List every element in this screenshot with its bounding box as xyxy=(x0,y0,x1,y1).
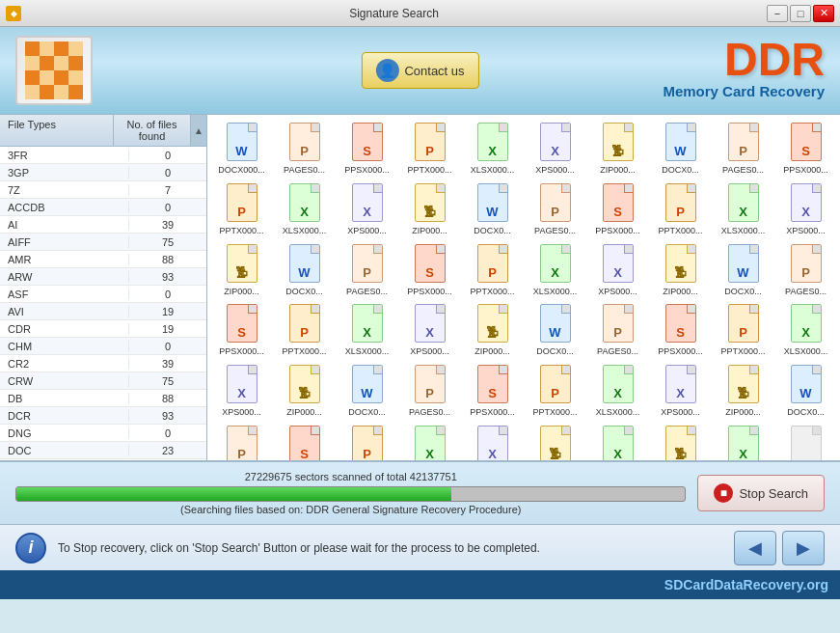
grid-file-item[interactable]: P PAGES0... xyxy=(399,361,460,420)
grid-file-item[interactable]: X XLSX000... xyxy=(274,179,335,238)
grid-file-item[interactable]: P PAGES0... xyxy=(274,119,335,178)
file-count-label: 75 xyxy=(129,375,206,387)
back-button[interactable]: ◀ xyxy=(734,531,776,565)
grid-file-item[interactable]: W DOCX0... xyxy=(337,361,397,420)
file-icon-xps: X xyxy=(789,181,824,224)
file-list-item[interactable]: CR239 xyxy=(0,355,206,372)
grid-file-item[interactable]: 🗜 ZIP000... xyxy=(713,361,773,420)
file-count-label: 0 xyxy=(129,150,206,161)
grid-file-item[interactable]: X XLSX000... xyxy=(337,300,397,359)
file-list-item[interactable]: ACCDB0 xyxy=(0,199,206,216)
grid-file-item[interactable]: X XLSX000... xyxy=(713,422,773,460)
grid-file-item[interactable]: X XPS000... xyxy=(587,240,648,299)
grid-file-item[interactable]: P PAGES0... xyxy=(587,300,648,359)
grid-file-item[interactable]: 🗜 ZIP000... xyxy=(462,300,523,359)
file-list-item[interactable]: 3GP0 xyxy=(0,164,206,181)
grid-file-item[interactable]: W DOCX0... xyxy=(713,240,773,299)
grid-file-item[interactable]: W DOCX000... xyxy=(211,119,272,178)
grid-file-item[interactable]: P PPTX000... xyxy=(462,240,523,299)
grid-file-item[interactable]: P PPTX000... xyxy=(713,300,773,359)
grid-file-item[interactable]: X XLSX000... xyxy=(587,361,648,420)
minimize-button[interactable]: − xyxy=(767,5,788,22)
grid-file-item[interactable]: S PPSX000... xyxy=(587,179,648,238)
grid-file-item[interactable]: P PPTX000... xyxy=(211,179,272,238)
grid-file-item[interactable]: P PAGES0... xyxy=(713,119,773,178)
grid-file-item[interactable]: S PPSX000... xyxy=(274,422,335,460)
grid-file-item[interactable]: P PAGES0... xyxy=(525,179,585,238)
grid-file-item[interactable]: W DOCX0... xyxy=(775,361,836,420)
grid-file-item[interactable]: P PAGES0... xyxy=(211,422,272,460)
grid-file-item[interactable]: 🗜 ZIP000... xyxy=(274,361,335,420)
file-list-item[interactable]: AIFF75 xyxy=(0,234,206,251)
grid-file-item[interactable]: 🗜 ZIP000... xyxy=(650,422,711,460)
sort-arrow[interactable]: ▲ xyxy=(191,115,206,146)
grid-file-item[interactable]: S PPSX000... xyxy=(211,300,272,359)
file-list-item[interactable]: CHM0 xyxy=(0,338,206,355)
grid-file-item[interactable]: P PAGES0... xyxy=(775,240,836,299)
grid-file-item[interactable]: P PPTX000... xyxy=(525,361,585,420)
grid-file-item[interactable]: W DOCX0... xyxy=(274,240,335,299)
file-list-item[interactable]: AI39 xyxy=(0,216,206,234)
file-list-item[interactable]: DOCX36 xyxy=(0,459,206,460)
grid-file-item[interactable]: X XPS000... xyxy=(650,361,711,420)
grid-file-item[interactable]: --- xyxy=(775,422,836,460)
file-list-item[interactable]: DCR93 xyxy=(0,407,206,425)
file-list-item[interactable]: AMR88 xyxy=(0,251,206,268)
grid-file-item[interactable]: W DOCX0... xyxy=(525,300,585,359)
grid-file-item[interactable]: 🗜 ZIP000... xyxy=(525,422,585,460)
grid-file-item[interactable]: X XLSX000... xyxy=(399,422,460,460)
file-list-item[interactable]: CDR19 xyxy=(0,320,206,338)
grid-file-item[interactable]: P PPTX000... xyxy=(337,422,397,460)
grid-file-item[interactable]: P PAGES0... xyxy=(337,240,397,299)
grid-file-item[interactable]: 🗜 ZIP000... xyxy=(399,179,460,238)
file-icon-zip: 🗜 xyxy=(664,424,698,460)
file-list-item[interactable]: CRW75 xyxy=(0,372,206,390)
grid-file-item[interactable]: S PPSX000... xyxy=(650,300,711,359)
grid-file-item[interactable]: X XPS000... xyxy=(211,361,272,420)
file-icon-pages: P xyxy=(225,424,259,460)
grid-file-item[interactable]: S PPSX000... xyxy=(399,240,460,299)
grid-file-item[interactable]: X XLSX000... xyxy=(713,179,773,238)
file-list-item[interactable]: AVI19 xyxy=(0,303,206,320)
grid-file-item[interactable]: X XLSX000... xyxy=(587,422,648,460)
file-list-item[interactable]: ASF0 xyxy=(0,286,206,303)
file-list-item[interactable]: DOC23 xyxy=(0,442,206,459)
file-list-item[interactable]: ARW93 xyxy=(0,268,206,286)
forward-button[interactable]: ▶ xyxy=(782,531,825,565)
grid-file-item[interactable]: X XPS000... xyxy=(462,422,523,460)
grid-file-item[interactable]: 🗜 ZIP000... xyxy=(650,240,711,299)
file-list[interactable]: 3FR03GP07Z7ACCDB0AI39AIFF75AMR88ARW93ASF… xyxy=(0,147,206,460)
contact-button[interactable]: 👤 Contact us xyxy=(361,52,478,89)
progress-text: 27229675 sectors scanned of total 421377… xyxy=(15,471,686,482)
grid-file-item[interactable]: P PPTX000... xyxy=(650,179,711,238)
file-icon-zip: 🗜 xyxy=(538,424,573,460)
grid-file-item[interactable]: P PPTX000... xyxy=(274,300,335,359)
grid-file-item[interactable]: X XLSX000... xyxy=(462,119,523,178)
grid-file-item[interactable]: 🗜 ZIP000... xyxy=(211,240,272,299)
grid-file-item[interactable]: X XLSX000... xyxy=(775,300,836,359)
grid-file-item[interactable]: X XPS000... xyxy=(775,179,836,238)
maximize-button[interactable]: □ xyxy=(790,5,811,22)
grid-file-item[interactable]: X XPS000... xyxy=(525,119,585,178)
stop-search-button[interactable]: ■ Stop Search xyxy=(697,475,825,511)
file-item-label: XPS000... xyxy=(598,287,637,297)
file-icon-pptx: P xyxy=(413,121,447,163)
grid-file-item[interactable]: W DOCX0... xyxy=(650,119,711,178)
grid-file-item[interactable]: S PPSX000... xyxy=(462,361,523,420)
grid-file-item[interactable]: 🗜 ZIP000... xyxy=(587,119,648,178)
file-list-item[interactable]: 7Z7 xyxy=(0,181,206,199)
right-panel[interactable]: W DOCX000... P PAGES0... S xyxy=(207,115,840,460)
file-icon-ppsx: S xyxy=(413,242,447,285)
grid-file-item[interactable]: X XLSX000... xyxy=(525,240,585,299)
grid-file-item[interactable]: W DOCX0... xyxy=(462,179,523,238)
grid-file-item[interactable]: X XPS000... xyxy=(399,300,460,359)
file-icon-xlsx: X xyxy=(350,302,385,344)
file-list-item[interactable]: DB88 xyxy=(0,390,206,407)
grid-file-item[interactable]: S PPSX000... xyxy=(337,119,397,178)
grid-file-item[interactable]: X XPS000... xyxy=(337,179,397,238)
close-button[interactable]: ✕ xyxy=(813,5,834,22)
grid-file-item[interactable]: P PPTX000... xyxy=(399,119,460,178)
file-list-item[interactable]: 3FR0 xyxy=(0,147,206,164)
file-list-item[interactable]: DNG0 xyxy=(0,425,206,442)
grid-file-item[interactable]: S PPSX000... xyxy=(775,119,836,178)
